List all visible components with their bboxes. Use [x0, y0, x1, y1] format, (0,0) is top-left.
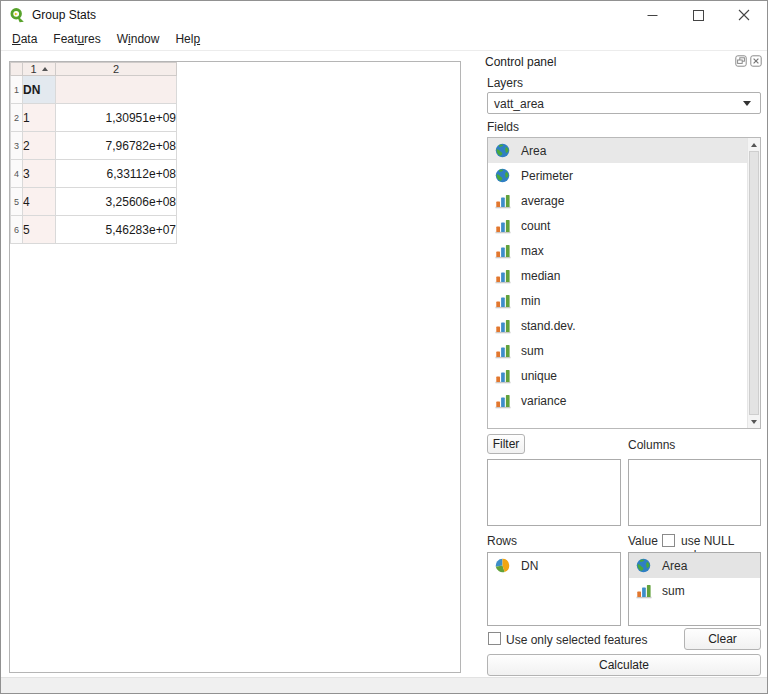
- close-button[interactable]: [721, 1, 767, 29]
- item-label: Perimeter: [521, 169, 573, 183]
- close-panel-icon[interactable]: [750, 55, 762, 67]
- cell-value[interactable]: 5,46283e+07: [56, 216, 177, 244]
- item-label: sum: [662, 584, 685, 598]
- cell-key[interactable]: 3: [23, 160, 56, 188]
- item-average[interactable]: average: [488, 188, 748, 213]
- item-label: Area: [662, 559, 687, 573]
- menu-window[interactable]: Window: [110, 29, 167, 49]
- use-null-values-checkbox[interactable]: [662, 534, 675, 547]
- cell-value[interactable]: 1,30951e+09: [56, 104, 177, 132]
- bar-chart-icon: [493, 242, 512, 259]
- cell-key[interactable]: 5: [23, 216, 56, 244]
- item-perimeter[interactable]: Perimeter: [488, 163, 748, 188]
- column-header-1[interactable]: 1: [23, 63, 56, 76]
- scroll-up-icon[interactable]: [748, 138, 760, 151]
- scrollbar-thumb[interactable]: [749, 151, 759, 415]
- scroll-down-icon[interactable]: [748, 415, 760, 428]
- results-table: 12 1DN211,30951e+09327,96782e+08436,3311…: [10, 62, 177, 244]
- titlebar[interactable]: Group Stats: [1, 1, 767, 29]
- item-label: DN: [521, 559, 538, 573]
- calculate-button[interactable]: Calculate: [487, 654, 761, 676]
- layer-select[interactable]: vatt_area: [487, 92, 761, 114]
- item-min[interactable]: min: [488, 288, 748, 313]
- item-label: count: [521, 219, 550, 233]
- minimize-button[interactable]: [629, 1, 675, 29]
- group-stats-window: Group Stats DataFeaturesWindowHelp 12 1D…: [0, 0, 768, 694]
- column-header-2[interactable]: 2: [56, 63, 177, 76]
- bar-chart-icon: [493, 342, 512, 359]
- float-panel-icon[interactable]: [735, 55, 747, 67]
- table-row: 211,30951e+09: [11, 104, 177, 132]
- bar-chart-icon: [493, 192, 512, 209]
- maximize-button[interactable]: [675, 1, 721, 29]
- layers-label: Layers: [487, 76, 523, 90]
- item-dn[interactable]: DN: [488, 553, 620, 578]
- item-label: min: [521, 294, 540, 308]
- item-sum[interactable]: sum: [488, 338, 748, 363]
- chevron-down-icon: [743, 101, 751, 106]
- menu-features[interactable]: Features: [46, 29, 107, 49]
- qgis-logo-icon: [9, 7, 25, 23]
- item-median[interactable]: median: [488, 263, 748, 288]
- menu-help[interactable]: Help: [168, 29, 207, 49]
- table-row: 655,46283e+07: [11, 216, 177, 244]
- item-variance[interactable]: variance: [488, 388, 748, 413]
- table-corner-button[interactable]: [11, 63, 23, 76]
- cell-value[interactable]: 6,33112e+08: [56, 160, 177, 188]
- control-panel: Control panel Layers vatt_area Fields: [479, 51, 768, 677]
- menu-data[interactable]: Data: [5, 29, 44, 49]
- item-max[interactable]: max: [488, 238, 748, 263]
- dock-buttons: [735, 55, 762, 67]
- window-controls: [629, 1, 767, 29]
- fields-list: AreaPerimeteraveragecountmaxmedianminsta…: [487, 137, 761, 429]
- value-box[interactable]: Areasum: [628, 552, 761, 626]
- row-header-3[interactable]: 3: [11, 132, 23, 160]
- panel-title: Control panel: [485, 55, 556, 69]
- bar-chart-icon: [493, 267, 512, 284]
- row-header-5[interactable]: 5: [11, 188, 23, 216]
- cell-value[interactable]: 7,96782e+08: [56, 132, 177, 160]
- pie-chart-icon: [493, 557, 512, 574]
- window-title: Group Stats: [32, 1, 96, 29]
- item-label: unique: [521, 369, 557, 383]
- cell-key[interactable]: 1: [23, 104, 56, 132]
- cell-key[interactable]: DN: [23, 76, 56, 104]
- rows-box[interactable]: DN: [487, 552, 621, 626]
- rows-label: Rows: [487, 534, 517, 548]
- filter-button[interactable]: Filter: [487, 434, 525, 454]
- bar-chart-icon: [493, 292, 512, 309]
- bar-chart-icon: [493, 367, 512, 384]
- globe-icon: [493, 142, 512, 159]
- cell-key[interactable]: 4: [23, 188, 56, 216]
- item-label: Area: [521, 144, 546, 158]
- row-header-4[interactable]: 4: [11, 160, 23, 188]
- use-only-selected-checkbox[interactable]: [488, 632, 501, 645]
- table-row: 436,33112e+08: [11, 160, 177, 188]
- menu-bar: DataFeaturesWindowHelp: [1, 29, 767, 51]
- item-count[interactable]: count: [488, 213, 748, 238]
- cell-value[interactable]: [56, 76, 177, 104]
- use-only-selected-label: Use only selected features: [506, 633, 647, 647]
- cell-key[interactable]: 2: [23, 132, 56, 160]
- cell-value[interactable]: 3,25606e+08: [56, 188, 177, 216]
- item-area[interactable]: Area: [488, 138, 748, 163]
- item-area[interactable]: Area: [629, 553, 760, 578]
- item-label: max: [521, 244, 544, 258]
- fields-label: Fields: [487, 120, 519, 134]
- sort-ascending-icon: [42, 67, 48, 71]
- row-header-2[interactable]: 2: [11, 104, 23, 132]
- row-header-1[interactable]: 1: [11, 76, 23, 104]
- columns-box[interactable]: [628, 459, 761, 526]
- clear-button[interactable]: Clear: [684, 628, 761, 650]
- filter-box[interactable]: [487, 459, 621, 526]
- layer-selected-value: vatt_area: [494, 97, 544, 111]
- item-sum[interactable]: sum: [629, 578, 760, 603]
- item-unique[interactable]: unique: [488, 363, 748, 388]
- globe-icon: [493, 167, 512, 184]
- item-label: median: [521, 269, 560, 283]
- row-header-6[interactable]: 6: [11, 216, 23, 244]
- bar-chart-icon: [634, 582, 653, 599]
- item-stand-dev-[interactable]: stand.dev.: [488, 313, 748, 338]
- item-label: stand.dev.: [521, 319, 575, 333]
- fields-scrollbar[interactable]: [747, 138, 760, 428]
